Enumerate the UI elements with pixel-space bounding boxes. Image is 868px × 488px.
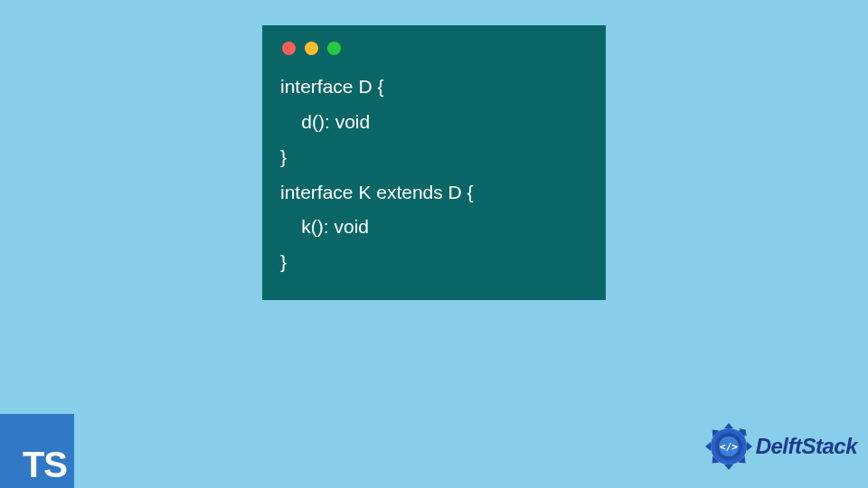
code-window: interface D { d(): void } interface K ex… <box>262 25 606 300</box>
window-controls <box>280 42 588 55</box>
code-line: interface D { <box>280 76 383 97</box>
code-line: } <box>280 251 287 272</box>
svg-marker-5 <box>724 465 733 470</box>
minimize-dot-icon <box>305 42 318 55</box>
svg-marker-3 <box>747 442 752 451</box>
svg-marker-0 <box>724 423 733 428</box>
close-dot-icon <box>282 42 296 55</box>
svg-text:</>: </> <box>720 441 738 453</box>
svg-marker-7 <box>705 442 711 451</box>
maximize-dot-icon <box>327 42 341 55</box>
typescript-logo: TS <box>0 414 74 488</box>
code-block: interface D { d(): void } interface K ex… <box>280 70 588 280</box>
code-line: interface K extends D { <box>280 182 474 202</box>
code-line: } <box>280 146 287 167</box>
delftstack-logo: </> DelftStack <box>703 421 857 472</box>
delftstack-gear-icon: </> <box>703 421 754 472</box>
delftstack-logo-text: DelftStack <box>756 434 857 459</box>
code-line: d(): void <box>280 111 370 132</box>
code-line: k(): void <box>280 216 369 237</box>
typescript-logo-text: TS <box>23 446 67 483</box>
